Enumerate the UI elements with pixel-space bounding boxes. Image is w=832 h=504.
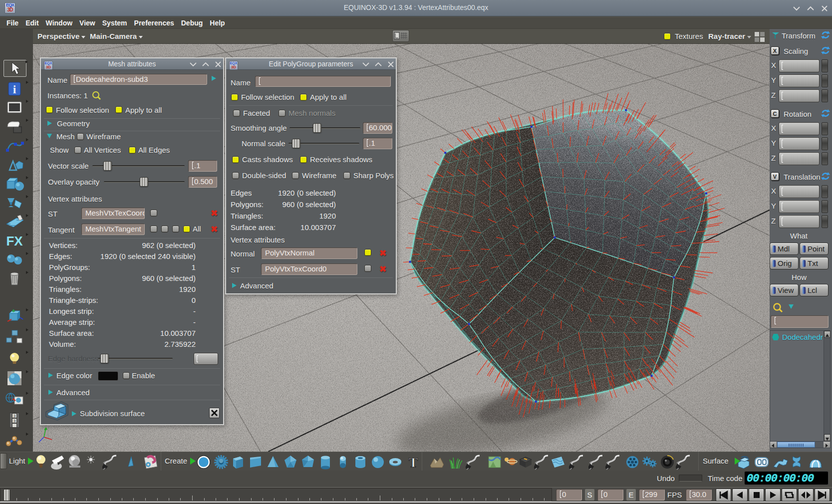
svg-text:3: 3 xyxy=(13,414,16,418)
svg-text:T: T xyxy=(409,455,418,470)
svg-text:3: 3 xyxy=(13,419,16,423)
svg-text:FX: FX xyxy=(6,234,23,249)
svg-text:i: i xyxy=(13,83,16,96)
